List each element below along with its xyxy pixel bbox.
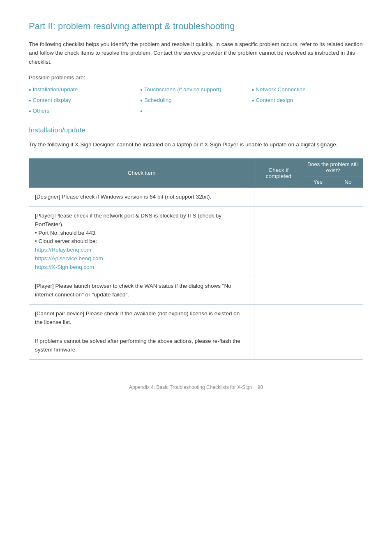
check-completed-cell	[254, 206, 303, 277]
link-apiservice[interactable]: https://Apiservice.benq.com	[35, 255, 103, 261]
table-row: If problems cannot be solved after perfo…	[29, 332, 363, 359]
problems-col3: • Network Connection • Content design	[252, 86, 363, 115]
check-if-header: Check if completed	[254, 158, 303, 187]
prob-installation-label: Installation/update	[33, 86, 78, 92]
check-completed-cell	[254, 187, 303, 206]
footer: Appendix 4: Basic Troubleshooting Checkl…	[29, 384, 363, 390]
prob-others[interactable]: • Others	[29, 108, 140, 115]
bullet-icon: •	[29, 97, 31, 104]
no-cell	[333, 332, 363, 359]
bullet-icon: •	[140, 108, 143, 115]
check-item-cell: [Cannot pair device] Please check if the…	[29, 304, 254, 332]
does-the-header: Does the problem still exist?	[303, 158, 363, 176]
prob-network-label: Network Connection	[256, 86, 306, 92]
link-relay[interactable]: https://Relay.benq.com	[35, 247, 91, 253]
prob-installation[interactable]: • Installation/update	[29, 86, 140, 94]
yes-cell	[303, 277, 333, 305]
check-completed-cell	[254, 332, 303, 359]
section-title: Installation/update	[29, 126, 363, 134]
link-xsign[interactable]: https://X-Sign.benq.com	[35, 264, 94, 270]
yes-cell	[303, 206, 333, 277]
prob-content-display-label: Content display	[33, 97, 71, 103]
prob-touchscreen-label: Touchscreen (if device support)	[144, 86, 221, 92]
prob-network[interactable]: • Network Connection	[252, 86, 363, 94]
problems-col2: • Touchscreen (if device support) • Sche…	[140, 86, 251, 115]
problems-col1: • Installation/update • Content display …	[29, 86, 140, 115]
check-item-header: Check item	[29, 158, 254, 187]
no-cell	[333, 187, 363, 206]
check-completed-cell	[254, 304, 303, 332]
prob-content-design-label: Content design	[256, 97, 293, 103]
bullet-icon: •	[252, 86, 254, 94]
prob-touchscreen[interactable]: • Touchscreen (if device support)	[140, 86, 251, 94]
no-cell	[333, 304, 363, 332]
bullet-icon: •	[252, 97, 254, 104]
check-item-cell: [Player] Please launch browser to check …	[29, 277, 254, 305]
table-row: [Designer] Please check if Windows versi…	[29, 187, 363, 206]
section-desc: Try the following if X-Sign Designer can…	[29, 140, 363, 149]
table-row: [Player] Please launch browser to check …	[29, 277, 363, 305]
possible-label: Possible problems are:	[29, 74, 363, 81]
yes-cell	[303, 332, 333, 359]
table-row: [Player] Please check if the network por…	[29, 206, 363, 277]
page-title: Part II: problem resolving attempt & tro…	[29, 21, 363, 32]
no-cell	[333, 277, 363, 305]
checklist-table: Check item Check if completed Does the p…	[29, 158, 363, 360]
prob-content-design[interactable]: • Content design	[252, 97, 363, 104]
prob-content-display[interactable]: • Content display	[29, 97, 140, 104]
yes-header: Yes	[303, 176, 333, 187]
prob-scheduling-label: Scheduling	[144, 97, 172, 103]
prob-scheduling[interactable]: • Scheduling	[140, 97, 251, 104]
check-completed-cell	[254, 277, 303, 305]
yes-cell	[303, 304, 333, 332]
table-header-row: Check item Check if completed Does the p…	[29, 158, 363, 176]
prob-others-label: Others	[33, 108, 50, 114]
no-header: No	[333, 176, 363, 187]
intro-text: The following checklist helps you identi…	[29, 40, 363, 67]
yes-cell	[303, 187, 333, 206]
prob-col2-empty: •	[140, 108, 251, 115]
table-row: [Cannot pair device] Please check if the…	[29, 304, 363, 332]
no-cell	[333, 206, 363, 277]
check-item-cell: [Designer] Please check if Windows versi…	[29, 187, 254, 206]
check-item-cell: [Player] Please check if the network por…	[29, 206, 254, 277]
check-item-cell: If problems cannot be solved after perfo…	[29, 332, 254, 359]
bullet-icon: •	[29, 108, 31, 115]
footer-page-number: 98	[258, 384, 263, 390]
bullet-icon: •	[140, 86, 143, 94]
footer-text: Appendix 4: Basic Troubleshooting Checkl…	[129, 384, 252, 390]
problems-grid: • Installation/update • Content display …	[29, 86, 363, 115]
bullet-icon: •	[140, 97, 143, 104]
bullet-icon: •	[29, 86, 31, 94]
